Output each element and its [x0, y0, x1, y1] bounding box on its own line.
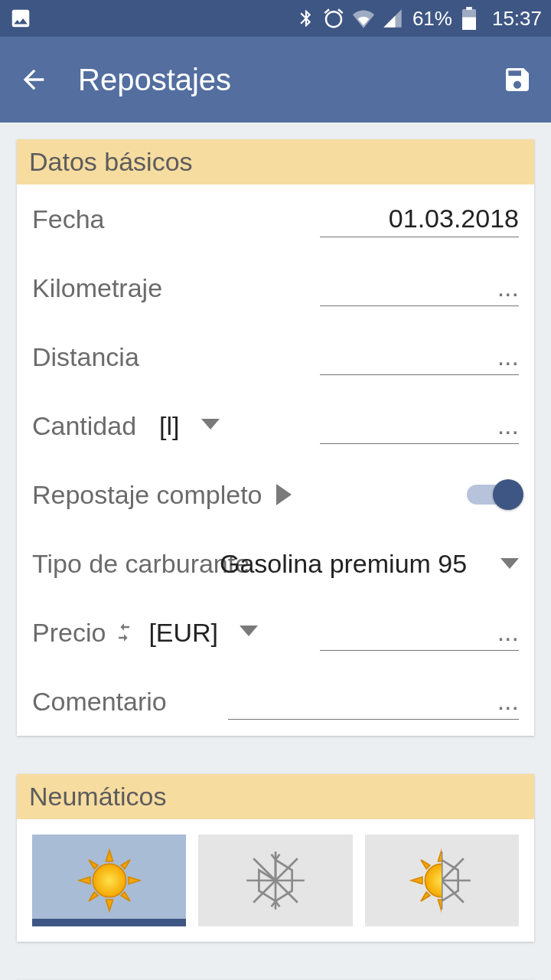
- row-quantity: Cantidad [l]: [17, 391, 534, 460]
- section-header-tires: Neumáticos: [17, 774, 534, 819]
- distance-label: Distancia: [32, 342, 139, 372]
- image-icon: [9, 7, 32, 30]
- app-bar: Repostajes: [0, 37, 551, 122]
- save-button[interactable]: [500, 63, 534, 96]
- comment-input[interactable]: [228, 683, 519, 720]
- comment-label: Comentario: [32, 687, 167, 717]
- row-date: Fecha: [17, 185, 534, 253]
- svg-rect-1: [462, 18, 476, 31]
- back-button[interactable]: [17, 63, 51, 96]
- odometer-label: Kilometraje: [32, 273, 162, 303]
- svg-marker-23: [421, 892, 430, 901]
- battery-icon: [461, 7, 477, 30]
- row-distance: Distancia: [17, 322, 534, 391]
- chevron-down-icon: [500, 558, 519, 569]
- status-bar: 61% 15:37: [0, 0, 551, 37]
- basic-data-card: Datos básicos Fecha Kilometraje Distanci…: [17, 139, 534, 736]
- tires-card: Neumáticos: [17, 774, 534, 942]
- svg-rect-2: [466, 7, 472, 10]
- signal-icon: [382, 8, 403, 29]
- tires-options: [17, 819, 534, 942]
- chevron-down-icon: [201, 419, 220, 430]
- clock-time: 15:37: [492, 7, 542, 31]
- svg-marker-7: [89, 860, 98, 869]
- date-input[interactable]: [320, 201, 519, 237]
- row-full: Repostaje completo: [17, 460, 534, 529]
- svg-marker-21: [412, 877, 422, 884]
- row-odometer: Kilometraje: [17, 253, 534, 322]
- quantity-label: Cantidad: [32, 411, 136, 441]
- svg-marker-8: [121, 892, 130, 901]
- save-icon: [502, 64, 533, 95]
- svg-marker-9: [121, 860, 130, 869]
- svg-marker-4: [106, 900, 112, 910]
- fuel-type-value: Gasolina premium 95: [220, 549, 467, 579]
- tire-option-winter[interactable]: [198, 835, 352, 926]
- tire-option-summer[interactable]: [32, 835, 186, 926]
- wifi-icon: [351, 8, 376, 29]
- fuel-type-label: Tipo de carburante: [32, 549, 249, 579]
- price-label: Precio: [32, 618, 106, 648]
- row-price: Precio [EUR]: [17, 598, 534, 667]
- svg-marker-5: [79, 877, 90, 884]
- play-right-icon[interactable]: [276, 484, 292, 505]
- chevron-down-icon: [240, 626, 258, 636]
- swap-icon[interactable]: [113, 622, 135, 643]
- price-input[interactable]: [320, 614, 519, 651]
- sun-snow-icon: [407, 846, 476, 915]
- sun-icon: [75, 846, 144, 915]
- row-fuel-type[interactable]: Tipo de carburante Gasolina premium 95: [17, 529, 534, 598]
- battery-percent: 61%: [412, 7, 452, 31]
- price-unit: [EUR]: [148, 618, 218, 648]
- arrow-left-icon: [18, 64, 49, 95]
- alarm-icon: [322, 7, 345, 30]
- bluetooth-icon: [296, 7, 316, 30]
- odometer-input[interactable]: [320, 270, 519, 306]
- full-label: Repostaje completo: [32, 480, 262, 510]
- content: Datos básicos Fecha Kilometraje Distanci…: [0, 122, 551, 980]
- toggle-thumb: [493, 479, 523, 510]
- tire-option-allseason[interactable]: [365, 835, 519, 926]
- distance-input[interactable]: [320, 338, 519, 375]
- price-unit-select[interactable]: [EUR]: [148, 618, 258, 648]
- svg-marker-6: [129, 877, 139, 884]
- svg-marker-3: [106, 850, 112, 861]
- snowflake-icon: [241, 846, 310, 915]
- svg-point-11: [93, 864, 126, 897]
- quantity-unit: [l]: [159, 411, 179, 441]
- quantity-input[interactable]: [320, 407, 519, 444]
- page-title: Repostajes: [78, 63, 500, 97]
- section-header-basic: Datos básicos: [17, 139, 534, 185]
- date-label: Fecha: [32, 204, 105, 234]
- svg-marker-10: [89, 892, 98, 901]
- full-toggle[interactable]: [467, 479, 519, 510]
- row-comment: Comentario: [17, 667, 534, 736]
- svg-marker-22: [421, 860, 430, 869]
- quantity-unit-select[interactable]: [l]: [159, 411, 219, 441]
